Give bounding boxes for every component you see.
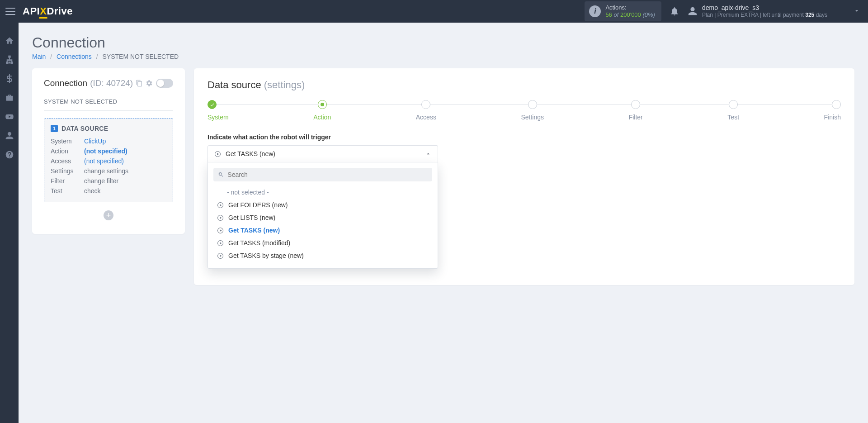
step-access[interactable]: Access [416, 100, 436, 121]
row-system-val[interactable]: ClickUp [84, 138, 166, 145]
actions-pct: (0%) [642, 11, 655, 18]
topbar-right: i Actions: 56 of 200'000 (0%) demo_apix-… [585, 1, 863, 22]
option-lists[interactable]: Get LISTS (new) [215, 213, 430, 222]
step-system[interactable]: System [208, 100, 229, 121]
dropdown-head[interactable]: Get TASKS (new) [208, 145, 438, 162]
enable-toggle[interactable] [156, 79, 173, 88]
home-icon[interactable] [5, 36, 14, 45]
breadcrumb-connections[interactable]: Connections [57, 53, 92, 60]
row-test-val[interactable]: check [84, 187, 166, 195]
connection-header: Connection (ID: 40724) [44, 78, 173, 88]
search-input[interactable] [227, 171, 428, 178]
svg-marker-5 [217, 152, 219, 155]
row-filter-key: Filter [51, 177, 84, 185]
settings-card: Data source (settings) System Action Acc… [194, 68, 854, 285]
bell-icon[interactable] [670, 6, 679, 16]
user-name: demo_apix-drive_s3 [702, 4, 827, 12]
row-action-key: Action [51, 147, 84, 155]
actions-total: 200'000 [620, 11, 641, 18]
actions-text: Actions: 56 of 200'000 (0%) [605, 4, 655, 19]
row-settings-val[interactable]: change settings [84, 167, 166, 175]
svg-rect-3 [8, 62, 10, 63]
sitemap-icon[interactable] [5, 55, 14, 64]
user-subline: Plan | Premium EXTRA | left until paymen… [702, 12, 827, 18]
dropdown-list: - not selected - Get FOLDERS (new) Get L… [213, 186, 432, 263]
play-icon [217, 252, 224, 259]
main: Connection Main / Connections / SYSTEM N… [19, 23, 868, 423]
row-settings-key: Settings [51, 167, 84, 175]
briefcase-icon[interactable] [5, 93, 14, 102]
breadcrumb-main[interactable]: Main [32, 53, 46, 60]
copy-icon[interactable] [136, 80, 143, 87]
action-dropdown: Get TASKS (new) - not selected - G [208, 145, 438, 269]
option-tasks-mod[interactable]: Get TASKS (modified) [215, 238, 430, 247]
step-finish[interactable]: Finish [824, 100, 841, 121]
user-text: demo_apix-drive_s3 Plan | Premium EXTRA … [702, 4, 827, 18]
play-icon [217, 227, 224, 234]
connection-id: (ID: 40724) [90, 78, 133, 88]
breadcrumb-current: SYSTEM NOT SELECTED [103, 53, 179, 60]
actions-count: 56 [605, 11, 612, 18]
data-source-rows: System ClickUp Action (not specified) Ac… [51, 138, 166, 195]
svg-marker-9 [220, 216, 222, 219]
svg-marker-15 [220, 254, 222, 257]
svg-rect-0 [8, 56, 10, 57]
stepper: System Action Access Settings Filter Tes… [208, 100, 841, 121]
row-system-key: System [51, 138, 84, 145]
connection-title: Connection [44, 78, 87, 88]
play-icon [217, 214, 224, 221]
svg-marker-13 [220, 242, 222, 244]
logo[interactable]: APIXDrive [23, 5, 73, 17]
step-test[interactable]: Test [727, 100, 739, 121]
dropdown-selected: Get TASKS (new) [226, 150, 275, 157]
row-access-val[interactable]: (not specified) [84, 157, 166, 165]
option-none[interactable]: - not selected - [215, 188, 430, 197]
dropdown-search[interactable] [213, 168, 432, 181]
svg-marker-7 [220, 204, 222, 206]
info-icon: i [589, 5, 601, 17]
option-tasks-new[interactable]: Get TASKS (new) [215, 226, 430, 235]
dollar-icon[interactable] [5, 74, 14, 83]
gear-icon[interactable] [146, 80, 153, 87]
svg-rect-1 [6, 62, 8, 63]
row-action-val[interactable]: (not specified) [84, 147, 166, 155]
help-icon[interactable] [5, 150, 14, 159]
youtube-icon[interactable] [5, 112, 14, 121]
connection-card: Connection (ID: 40724) SYSTEM NOT SELECT… [32, 68, 185, 234]
play-icon [217, 202, 224, 209]
option-folders[interactable]: Get FOLDERS (new) [215, 200, 430, 209]
data-source-badge: 1 [51, 125, 58, 132]
data-source-box[interactable]: 1 DATA SOURCE System ClickUp Action (not… [44, 118, 173, 202]
actions-of: of [613, 11, 618, 18]
actions-box[interactable]: i Actions: 56 of 200'000 (0%) [585, 1, 661, 22]
sidebar [0, 23, 19, 423]
row-filter-val[interactable]: change filter [84, 177, 166, 185]
chevron-up-icon [425, 151, 431, 157]
logo-api: API [23, 5, 40, 17]
actions-label: Actions: [605, 4, 655, 11]
svg-marker-11 [220, 229, 222, 231]
row-test-key: Test [51, 187, 84, 195]
breadcrumb: Main / Connections / SYSTEM NOT SELECTED [32, 53, 854, 60]
logo-x: X [40, 5, 47, 17]
step-filter[interactable]: Filter [629, 100, 643, 121]
dropdown-body: - not selected - Get FOLDERS (new) Get L… [208, 162, 438, 269]
action-field-label: Indicate what action the robot will trig… [208, 133, 841, 141]
page-title: Connection [32, 34, 854, 51]
play-icon [214, 151, 221, 157]
avatar-icon [688, 6, 698, 16]
user-block[interactable]: demo_apix-drive_s3 Plan | Premium EXTRA … [688, 4, 827, 18]
topbar: APIXDrive i Actions: 56 of 200'000 (0%) … [0, 0, 868, 23]
system-not-selected-label: SYSTEM NOT SELECTED [44, 94, 173, 111]
data-source-title: 1 DATA SOURCE [51, 125, 166, 132]
add-button[interactable]: + [104, 210, 113, 220]
svg-rect-2 [11, 62, 13, 63]
step-settings[interactable]: Settings [521, 100, 544, 121]
play-icon [217, 240, 224, 247]
step-action[interactable]: Action [313, 100, 331, 121]
row-access-key: Access [51, 157, 84, 165]
user-icon[interactable] [5, 131, 14, 140]
hamburger-menu-icon[interactable] [5, 8, 15, 15]
user-caret-icon[interactable] [854, 8, 860, 15]
option-tasks-stage[interactable]: Get TASKS by stage (new) [215, 251, 430, 260]
